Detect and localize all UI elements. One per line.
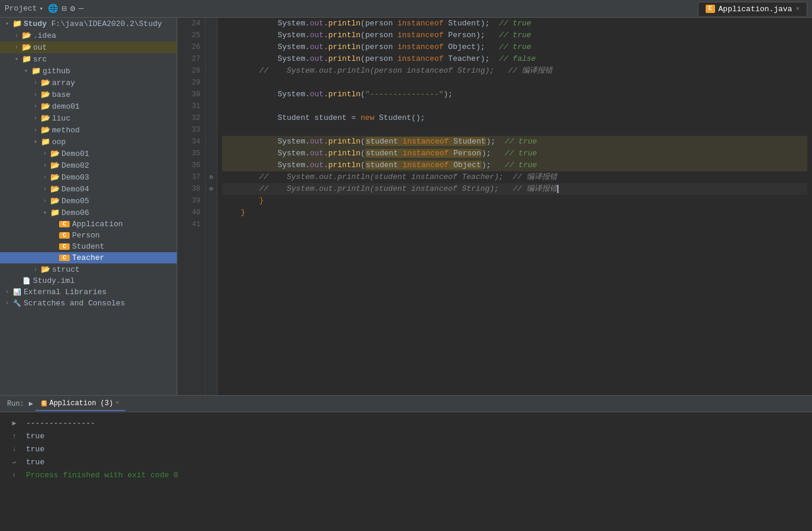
code-line-30: System.out.println("---------------"); (222, 89, 807, 100)
console-line-process: Process finished with exit code 0 (26, 469, 805, 482)
tree-item-struct[interactable]: › 📂 struct (0, 263, 177, 275)
run-label: Run: (2, 400, 29, 408)
tree-item-person-class[interactable]: C Person (0, 230, 177, 241)
code-line-40: } (222, 207, 807, 219)
tree-item-method[interactable]: › 📂 method (0, 124, 177, 136)
iml-icon: 📄 (21, 277, 32, 285)
tree-arrow-method: › (31, 127, 40, 133)
console-line-3: true (26, 443, 805, 456)
code-gutter: ⊖ ⊖ (206, 18, 217, 395)
tree-item-github[interactable]: ▾ 📁 github (0, 65, 177, 77)
folder-icon-oop: 📁 (40, 137, 51, 146)
tree-item-Demo03[interactable]: › 📂 Demo03 (0, 171, 177, 183)
tree-arrow-Demo02: › (40, 162, 50, 169)
editor-area[interactable]: 24 25 26 27 28 29 30 31 32 33 34 35 36 3… (177, 18, 812, 395)
code-line-29 (222, 77, 807, 89)
folder-icon-out: 📂 (21, 43, 32, 52)
folder-icon-src: 📁 (21, 54, 32, 64)
folder-icon-Demo03: 📂 (50, 172, 60, 182)
code-line-28: // System.out.println(person instanceof … (222, 65, 807, 77)
folder-icon-Demo02: 📂 (50, 161, 60, 170)
tree-item-application-class[interactable]: C Application (0, 219, 177, 230)
tree-item-study-iml[interactable]: 📄 Study.iml (0, 275, 177, 286)
code-line-38: // System.out.println(student instanceof… (222, 183, 807, 195)
extlib-icon: 📊 (12, 288, 22, 296)
tree-arrow-Demo06: ▾ (40, 209, 50, 216)
console-toolbar: ▶ ↑ ↓ ↵ ↕ (7, 417, 21, 526)
tree-arrow-demo01: › (31, 103, 40, 110)
console-line-2: true (26, 430, 805, 443)
project-label[interactable]: Project (5, 4, 37, 13)
tree-item-Demo06[interactable]: ▾ 📁 Demo06 (0, 207, 177, 219)
project-sidebar: ▾ 📁 Study F:\java\IDEA2020.2\Study › 📂 .… (0, 18, 177, 395)
code-line-32: Student student = new Student(); (222, 112, 807, 124)
minimize-icon[interactable]: — (79, 4, 83, 14)
tree-item-student-class[interactable]: C Student (0, 241, 177, 252)
tree-arrow-Demo01: › (40, 151, 50, 157)
run-tab-icon: C (41, 400, 47, 406)
tree-item-oop[interactable]: ▾ 📁 oop (0, 136, 177, 148)
code-line-34: System.out.println(student instanceof St… (222, 136, 807, 148)
tree-item-demo01[interactable]: › 📂 demo01 (0, 100, 177, 112)
tree-item-Demo01[interactable]: › 📂 Demo01 (0, 148, 177, 159)
tree-item-Demo04[interactable]: › 📂 Demo04 (0, 183, 177, 195)
run-tab-label: Application (3) (49, 399, 113, 408)
code-line-41 (222, 219, 807, 230)
code-line-25: System.out.println(person instanceof Per… (222, 30, 807, 41)
tree-arrow-Demo04: › (40, 186, 50, 193)
tree-item-idea[interactable]: › 📂 .idea (0, 30, 177, 41)
code-line-37: // System.out.println(student instanceof… (222, 171, 807, 183)
console-line-1: --------------- (26, 417, 805, 430)
tree-arrow-Demo05: › (40, 198, 50, 204)
code-editor[interactable]: 24 25 26 27 28 29 30 31 32 33 34 35 36 3… (177, 18, 812, 395)
tree-arrow-Demo03: › (40, 174, 50, 181)
class-icon-application: C (59, 221, 70, 227)
tree-arrow-github: ▾ (21, 67, 31, 74)
folder-icon-demo01: 📂 (40, 102, 51, 111)
tree-arrow-study: ▾ (2, 20, 12, 27)
run-tab-close[interactable]: × (115, 400, 119, 406)
console-play-btn[interactable]: ▶ (9, 418, 20, 429)
console-scroll-btn[interactable]: ↕ (9, 470, 20, 481)
console-text-output: --------------- true true true Process f… (26, 417, 805, 526)
code-line-27: System.out.println(person instanceof Tea… (222, 53, 807, 65)
folder-icon-github: 📁 (31, 66, 41, 76)
console-up-btn[interactable]: ↑ (9, 431, 20, 442)
tree-root-study[interactable]: ▾ 📁 Study F:\java\IDEA2020.2\Study (0, 18, 177, 30)
console-down-btn[interactable]: ↓ (9, 444, 20, 455)
code-content[interactable]: System.out.println(person instanceof Stu… (217, 18, 812, 395)
globe-icon[interactable]: 🌐 (48, 4, 58, 14)
bottom-panel: Run: ▶ C Application (3) × ▶ ↑ ↓ ↵ ↕ ---… (0, 395, 812, 531)
tree-item-scratches[interactable]: › 🔧 Scratches and Consoles (0, 298, 177, 309)
tab-bar: C Application.java × (698, 2, 807, 16)
tree-item-base[interactable]: › 📂 base (0, 89, 177, 100)
folder-icon-Demo04: 📂 (50, 184, 60, 194)
tree-item-src[interactable]: ▾ 📁 src (0, 53, 177, 65)
tree-item-teacher-class[interactable]: C Teacher (0, 252, 177, 263)
folder-icon-study: 📁 (12, 19, 22, 28)
split-icon[interactable]: ⊟ (61, 4, 66, 14)
folder-icon-array: 📂 (40, 78, 51, 87)
tree-item-Demo05[interactable]: › 📂 Demo05 (0, 195, 177, 207)
folder-icon-Demo06: 📁 (50, 208, 60, 217)
tree-item-array[interactable]: › 📂 array (0, 77, 177, 89)
tree-item-Demo02[interactable]: › 📂 Demo02 (0, 159, 177, 171)
tree-arrow-liuc: › (31, 115, 40, 122)
line-numbers: 24 25 26 27 28 29 30 31 32 33 34 35 36 3… (177, 18, 206, 395)
tree-arrow-base: › (31, 92, 40, 98)
console-line-4: true (26, 456, 805, 469)
tab-filename: Application.java (719, 5, 792, 14)
tree-arrow-array: › (31, 80, 40, 86)
run-icon: ▶ (29, 399, 33, 408)
tab-application-java[interactable]: C Application.java × (698, 2, 807, 16)
tree-item-out[interactable]: › 📂 out (0, 41, 177, 53)
gear-icon[interactable]: ⚙ (70, 4, 75, 14)
code-line-26: System.out.println(person instanceof Obj… (222, 41, 807, 53)
tree-item-liuc[interactable]: › 📂 liuc (0, 112, 177, 124)
console-wrap-btn[interactable]: ↵ (9, 457, 20, 468)
code-line-35: System.out.println(student instanceof Pe… (222, 148, 807, 159)
tab-application-run[interactable]: C Application (3) × (35, 397, 125, 411)
tab-close-icon[interactable]: × (795, 5, 800, 12)
tree-item-ext-libs[interactable]: › 📊 External Libraries (0, 286, 177, 298)
folder-icon-Demo05: 📂 (50, 196, 60, 206)
